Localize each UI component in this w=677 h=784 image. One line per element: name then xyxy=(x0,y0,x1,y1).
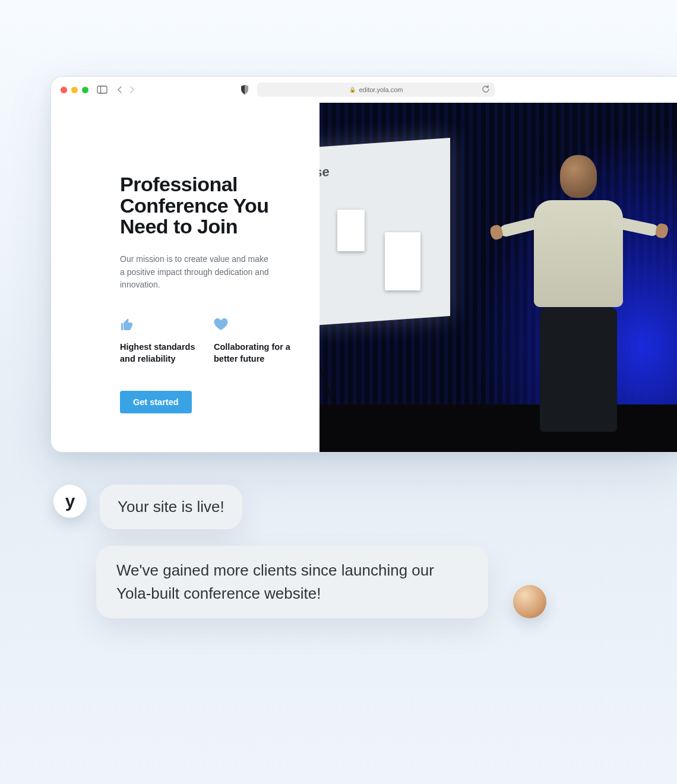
feature-label: Collaborating for a better future xyxy=(214,342,291,365)
close-window-icon[interactable] xyxy=(61,87,67,93)
hero-copy: Professional Conference You Need to Join… xyxy=(51,103,319,452)
browser-chrome: 🔒 editor.yola.com xyxy=(51,77,677,103)
feature-item: Highest standards and reliability xyxy=(120,318,197,365)
chat-row: y Your site is live! xyxy=(53,485,612,529)
card xyxy=(385,232,420,290)
chat-thread: y Your site is live! We've gained more c… xyxy=(53,485,612,635)
brand-avatar: y xyxy=(53,485,87,518)
get-started-button[interactable]: Get started xyxy=(120,391,192,413)
heart-icon xyxy=(214,318,291,333)
headline-line: Need to Join xyxy=(120,215,238,238)
user-avatar xyxy=(513,585,546,618)
maximize-window-icon[interactable] xyxy=(82,87,88,93)
slide-cards xyxy=(337,210,412,268)
sidebar-toggle-icon[interactable] xyxy=(97,86,107,94)
chat-bubble: Your site is live! xyxy=(100,485,242,529)
url-text: editor.yola.com xyxy=(359,86,403,93)
forward-button[interactable] xyxy=(129,86,135,94)
brand-glyph: y xyxy=(65,491,75,511)
minimize-window-icon[interactable] xyxy=(71,87,78,93)
browser-window: 🔒 editor.yola.com Professional Conferenc… xyxy=(50,76,677,453)
chat-bubble: We've gained more clients since launchin… xyxy=(96,546,488,618)
hero-subtext: Our mission is to create value and make … xyxy=(120,253,274,292)
hero-image xyxy=(319,103,677,452)
feature-label: Highest standards and reliability xyxy=(120,342,197,365)
thumbs-up-icon xyxy=(120,318,197,333)
address-bar[interactable]: 🔒 editor.yola.com xyxy=(257,83,495,97)
card xyxy=(337,210,365,251)
refresh-icon[interactable] xyxy=(482,85,490,93)
privacy-shield-icon[interactable] xyxy=(241,85,249,94)
window-controls xyxy=(61,87,88,93)
chat-row: We've gained more clients since launchin… xyxy=(96,546,612,618)
headline-line: Professional xyxy=(120,173,238,195)
feature-list: Highest standards and reliability Collab… xyxy=(120,318,291,365)
hero-headline: Professional Conference You Need to Join xyxy=(120,174,291,238)
svg-rect-0 xyxy=(97,86,107,93)
headline-line: Conference You xyxy=(120,194,269,217)
website-preview: Professional Conference You Need to Join… xyxy=(51,103,677,452)
lock-icon: 🔒 xyxy=(349,87,356,93)
back-button[interactable] xyxy=(117,86,123,94)
speaker-figure xyxy=(528,155,629,428)
feature-item: Collaborating for a better future xyxy=(214,318,291,365)
